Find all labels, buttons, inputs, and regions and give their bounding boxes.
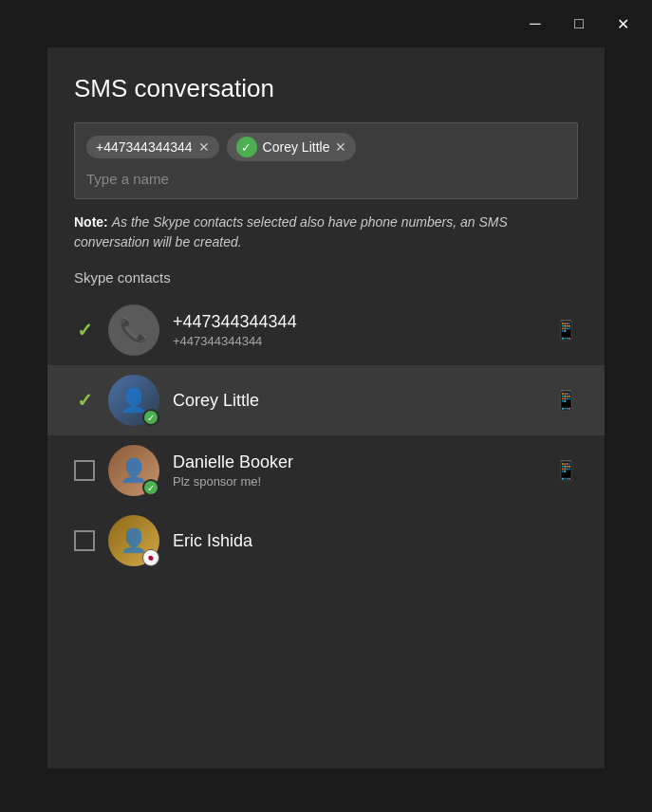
contact-checkbox-corey[interactable]	[74, 390, 95, 411]
close-button[interactable]: ✕	[605, 6, 641, 42]
contact-checkbox-phone[interactable]	[74, 320, 95, 341]
chip-phone-remove[interactable]: ✕	[198, 139, 210, 155]
contact-info-phone: +447344344344 +447344344344	[173, 312, 541, 348]
contact-avatar-danielle: 👤 ✓	[108, 445, 159, 496]
contact-list: 📞 +447344344344 +447344344344 📱 👤 ✓ Core…	[47, 295, 605, 576]
contact-name-danielle: Danielle Booker	[173, 452, 541, 472]
contact-avatar-corey: 👤 ✓	[108, 375, 159, 426]
contact-name-eric: Eric Ishida	[173, 531, 578, 551]
contact-checkbox-danielle[interactable]	[74, 460, 95, 481]
contact-name-phone: +447344344344	[173, 312, 541, 332]
recipients-area: +447344344344 ✕ ✓ Corey Little ✕	[74, 122, 578, 199]
contact-phone-device-icon: 📱	[554, 319, 578, 341]
recipient-chip-phone[interactable]: +447344344344 ✕	[86, 136, 219, 158]
recipient-name-input[interactable]	[86, 169, 566, 189]
sms-conversation-dialog: SMS conversation +447344344344 ✕ ✓ Corey…	[47, 47, 605, 768]
chip-corey-remove[interactable]: ✕	[335, 139, 346, 155]
contact-info-danielle: Danielle Booker Plz sponsor me!	[173, 452, 541, 489]
recipient-chip-corey[interactable]: ✓ Corey Little ✕	[227, 133, 357, 161]
contact-sub-danielle: Plz sponsor me!	[173, 474, 541, 489]
chip-phone-label: +447344344344	[96, 139, 193, 155]
minimize-button[interactable]: ─	[517, 6, 553, 42]
contact-avatar-eric: 👤 🇯🇵	[108, 515, 159, 566]
note-paragraph: Note: As the Skype contacts selected als…	[74, 212, 578, 252]
skype-contacts-heading: Skype contacts	[74, 269, 578, 286]
eric-flag-badge: 🇯🇵	[142, 549, 159, 566]
danielle-phone-device-icon: 📱	[554, 459, 578, 482]
note-body: As the Skype contacts selected also have…	[74, 214, 508, 249]
maximize-button[interactable]: □	[561, 6, 597, 42]
contact-info-eric: Eric Ishida	[173, 531, 578, 551]
corey-status-badge: ✓	[142, 409, 159, 426]
dialog-title: SMS conversation	[74, 74, 578, 103]
recipients-chips: +447344344344 ✕ ✓ Corey Little ✕	[86, 133, 566, 161]
contact-avatar-phone: 📞	[108, 304, 159, 356]
title-bar: ─ □ ✕	[0, 0, 652, 47]
contact-name-corey: Corey Little	[173, 391, 541, 411]
contact-item-corey[interactable]: 👤 ✓ Corey Little 📱	[47, 365, 605, 435]
chip-corey-label: Corey Little	[263, 139, 330, 155]
contact-checkbox-eric[interactable]	[74, 530, 95, 551]
contact-info-corey: Corey Little	[173, 391, 541, 411]
contact-item-phone[interactable]: 📞 +447344344344 +447344344344 📱	[47, 295, 605, 365]
corey-phone-device-icon: 📱	[554, 389, 578, 412]
contact-item-eric[interactable]: 👤 🇯🇵 Eric Ishida	[47, 506, 605, 576]
contact-sub-phone: +447344344344	[173, 334, 541, 348]
contact-item-danielle[interactable]: 👤 ✓ Danielle Booker Plz sponsor me! 📱	[47, 435, 605, 506]
chip-corey-check-icon: ✓	[236, 137, 257, 157]
danielle-status-badge: ✓	[142, 479, 159, 496]
note-label: Note:	[74, 214, 108, 230]
phone-avatar-icon: 📞	[108, 304, 159, 356]
